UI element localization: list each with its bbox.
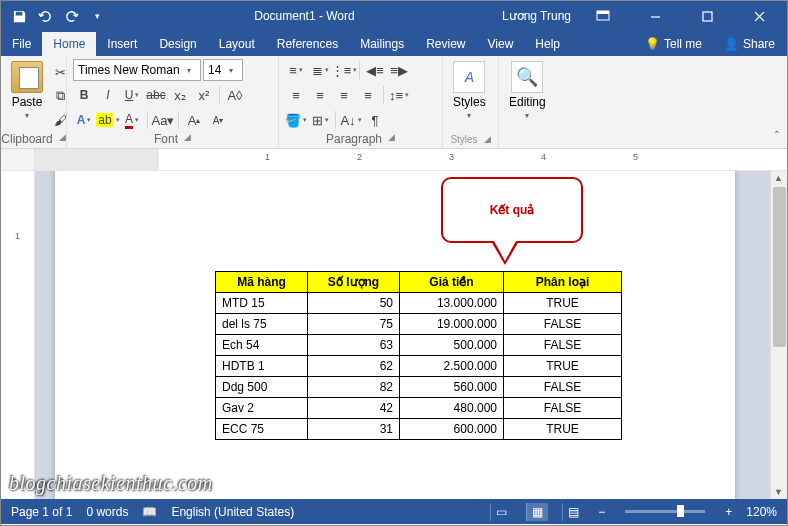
table-row: MTD 155013.000.000TRUE bbox=[216, 293, 622, 314]
styles-launcher-icon[interactable]: ◢ bbox=[484, 134, 491, 145]
status-bar: Page 1 of 1 0 words 📖 English (United St… bbox=[1, 499, 787, 524]
font-launcher-icon[interactable]: ◢ bbox=[184, 132, 191, 146]
group-paragraph: ≡ ≣ ⋮≡ ◀≡ ≡▶ ≡ ≡ ≡ ≡ ↕≡ 🪣 ⊞ A↓ ¶ bbox=[279, 56, 443, 148]
tab-home[interactable]: Home bbox=[42, 32, 96, 56]
shrink-font-button[interactable]: A▾ bbox=[207, 109, 229, 131]
qat-customize-icon[interactable]: ▾ bbox=[89, 8, 105, 24]
editing-button[interactable]: 🔍 Editing ▾ bbox=[505, 59, 550, 122]
callout-annotation: Kết quả bbox=[441, 177, 583, 243]
language-indicator[interactable]: English (United States) bbox=[171, 505, 294, 519]
watermark: blogchiasekienthuc.com bbox=[9, 472, 213, 495]
align-left-button[interactable]: ≡ bbox=[285, 84, 307, 106]
page-indicator[interactable]: Page 1 of 1 bbox=[11, 505, 72, 519]
paste-button[interactable]: Paste ▾ bbox=[7, 59, 47, 122]
bulb-icon: 💡 bbox=[645, 37, 660, 51]
quick-access-toolbar: ▾ bbox=[1, 8, 115, 24]
zoom-out-button[interactable]: − bbox=[598, 505, 605, 519]
minimize-button[interactable] bbox=[635, 1, 675, 31]
zoom-slider-thumb[interactable] bbox=[677, 505, 684, 517]
tab-design[interactable]: Design bbox=[148, 32, 207, 56]
zoom-in-button[interactable]: + bbox=[725, 505, 732, 519]
grow-font-button[interactable]: A▴ bbox=[183, 109, 205, 131]
ribbon-display-icon[interactable] bbox=[583, 1, 623, 31]
sort-button[interactable]: A↓ bbox=[340, 109, 362, 131]
data-table: Mã hàng Số lượng Giá tiền Phân loại MTD … bbox=[215, 271, 622, 440]
print-layout-icon[interactable]: ▦ bbox=[526, 503, 548, 521]
font-size-combo[interactable]: 14▾ bbox=[203, 59, 243, 81]
superscript-button[interactable]: x² bbox=[193, 84, 215, 106]
redo-icon[interactable] bbox=[63, 8, 79, 24]
tab-mailings[interactable]: Mailings bbox=[349, 32, 415, 56]
document-title: Document1 - Word bbox=[115, 9, 494, 23]
horizontal-ruler[interactable]: 1 1 2 3 4 5 bbox=[1, 149, 787, 171]
bullets-button[interactable]: ≡ bbox=[285, 59, 307, 81]
svg-rect-1 bbox=[597, 11, 609, 14]
clear-format-button[interactable]: A◊ bbox=[224, 84, 246, 106]
find-icon: 🔍 bbox=[511, 61, 543, 93]
scrollbar-thumb[interactable] bbox=[773, 187, 786, 347]
group-clipboard: Paste ▾ ✂ ⧉ 🖌 Clipboard◢ bbox=[1, 56, 67, 148]
close-button[interactable] bbox=[739, 1, 779, 31]
tab-help[interactable]: Help bbox=[524, 32, 571, 56]
table-row: Ech 5463500.000FALSE bbox=[216, 335, 622, 356]
table-row: ECC 7531600.000TRUE bbox=[216, 419, 622, 440]
numbering-button[interactable]: ≣ bbox=[309, 59, 331, 81]
tab-file[interactable]: File bbox=[1, 32, 42, 56]
username-label: Lương Trung bbox=[502, 9, 571, 23]
styles-button[interactable]: A Styles ▾ bbox=[449, 59, 490, 122]
styles-icon: A bbox=[453, 61, 485, 93]
bold-button[interactable]: B bbox=[73, 84, 95, 106]
save-icon[interactable] bbox=[11, 8, 27, 24]
zoom-level[interactable]: 120% bbox=[746, 505, 777, 519]
group-font: Times New Roman▾ 14▾ B I U abc x₂ x² A◊ … bbox=[67, 56, 279, 148]
title-bar-right: Lương Trung bbox=[494, 1, 787, 31]
read-mode-icon[interactable]: ▭ bbox=[490, 503, 512, 521]
maximize-button[interactable] bbox=[687, 1, 727, 31]
table-header-row: Mã hàng Số lượng Giá tiền Phân loại bbox=[216, 272, 622, 293]
tab-insert[interactable]: Insert bbox=[96, 32, 148, 56]
decrease-indent-button[interactable]: ◀≡ bbox=[364, 59, 386, 81]
table-row: Gav 242480.000FALSE bbox=[216, 398, 622, 419]
tab-view[interactable]: View bbox=[477, 32, 525, 56]
font-name-combo[interactable]: Times New Roman▾ bbox=[73, 59, 201, 81]
align-right-button[interactable]: ≡ bbox=[333, 84, 355, 106]
vertical-scrollbar[interactable]: ▲ ▼ bbox=[770, 171, 787, 499]
collapse-ribbon-icon[interactable]: ˆ bbox=[767, 56, 787, 148]
highlight-button[interactable]: ab bbox=[97, 109, 119, 131]
paste-icon bbox=[11, 61, 43, 93]
shading-button[interactable]: 🪣 bbox=[285, 109, 307, 131]
multilevel-button[interactable]: ⋮≡ bbox=[333, 59, 355, 81]
align-center-button[interactable]: ≡ bbox=[309, 84, 331, 106]
document-area[interactable]: 1 Mã hàng Số lượng Giá tiền Phân loại MT… bbox=[1, 171, 787, 499]
justify-button[interactable]: ≡ bbox=[357, 84, 379, 106]
word-count[interactable]: 0 words bbox=[86, 505, 128, 519]
undo-icon[interactable] bbox=[37, 8, 53, 24]
group-styles: A Styles ▾ Styles◢ bbox=[443, 56, 499, 148]
vertical-ruler[interactable]: 1 bbox=[1, 171, 35, 499]
group-editing: 🔍 Editing ▾ bbox=[499, 56, 561, 148]
spell-check-icon[interactable]: 📖 bbox=[142, 505, 157, 519]
tell-me[interactable]: 💡Tell me bbox=[635, 32, 712, 56]
zoom-slider[interactable] bbox=[625, 510, 705, 513]
borders-button[interactable]: ⊞ bbox=[309, 109, 331, 131]
share-button[interactable]: 👤Share bbox=[712, 32, 787, 56]
web-layout-icon[interactable]: ▤ bbox=[562, 503, 584, 521]
strikethrough-button[interactable]: abc bbox=[145, 84, 167, 106]
tab-review[interactable]: Review bbox=[415, 32, 476, 56]
share-icon: 👤 bbox=[724, 37, 739, 51]
change-case-button[interactable]: Aa▾ bbox=[152, 109, 174, 131]
italic-button[interactable]: I bbox=[97, 84, 119, 106]
paragraph-launcher-icon[interactable]: ◢ bbox=[388, 132, 395, 146]
subscript-button[interactable]: x₂ bbox=[169, 84, 191, 106]
font-color-button[interactable]: A bbox=[121, 109, 143, 131]
clipboard-launcher-icon[interactable]: ◢ bbox=[59, 132, 66, 146]
show-marks-button[interactable]: ¶ bbox=[364, 109, 386, 131]
text-effects-button[interactable]: A bbox=[73, 109, 95, 131]
increase-indent-button[interactable]: ≡▶ bbox=[388, 59, 410, 81]
title-bar: ▾ Document1 - Word Lương Trung bbox=[1, 1, 787, 31]
line-spacing-button[interactable]: ↕≡ bbox=[388, 84, 410, 106]
underline-button[interactable]: U bbox=[121, 84, 143, 106]
table-row: Ddg 50082560.000FALSE bbox=[216, 377, 622, 398]
tab-references[interactable]: References bbox=[266, 32, 349, 56]
tab-layout[interactable]: Layout bbox=[208, 32, 266, 56]
